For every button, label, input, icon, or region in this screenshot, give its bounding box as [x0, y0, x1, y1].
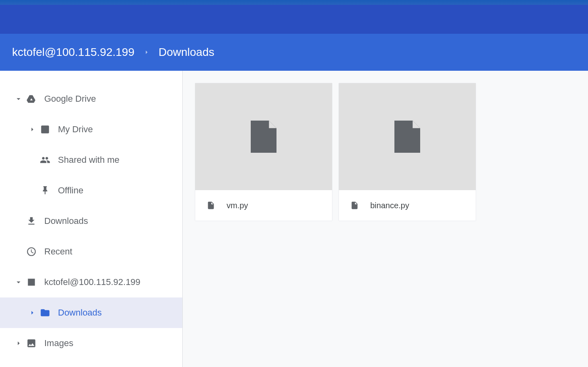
sidebar-item-label: Downloads — [44, 216, 182, 226]
sidebar-item-images[interactable]: Images — [0, 328, 182, 359]
sidebar-item-recent[interactable]: Recent — [0, 236, 182, 267]
breadcrumb-root[interactable]: kctofel@100.115.92.199 — [12, 46, 134, 59]
file-icon — [350, 201, 359, 210]
file-info-bar: binance.py — [339, 190, 476, 221]
people-icon — [39, 154, 51, 166]
chevron-down-icon[interactable] — [11, 278, 26, 287]
chevron-right-icon[interactable] — [25, 308, 39, 317]
sidebar-item-remote-downloads[interactable]: Downloads — [0, 297, 182, 328]
file-icon — [206, 201, 215, 210]
file-name: vm.py — [227, 201, 248, 210]
sidebar-item-label: Shared with me — [58, 155, 182, 165]
download-icon — [26, 215, 37, 227]
sidebar-item-label: Recent — [44, 246, 182, 257]
sidebar: Google Drive My Drive Shared with me Off… — [0, 71, 183, 367]
chevron-right-icon[interactable] — [25, 125, 39, 134]
file-item[interactable]: binance.py — [338, 83, 476, 221]
folder-icon — [39, 307, 51, 318]
drive-icon — [26, 93, 37, 105]
file-thumbnail — [339, 83, 476, 190]
my-drive-icon — [39, 124, 51, 135]
sidebar-item-label: Images — [44, 338, 182, 349]
sidebar-item-label: Offline — [58, 185, 182, 196]
terminal-icon — [26, 277, 37, 288]
pin-icon — [39, 185, 51, 196]
sidebar-item-label: My Drive — [58, 124, 182, 135]
sidebar-item-label: kctofel@100.115.92.199 — [44, 277, 182, 287]
file-item[interactable]: vm.py — [195, 83, 332, 221]
file-name: binance.py — [370, 201, 409, 210]
chevron-right-icon[interactable] — [11, 339, 26, 348]
sidebar-item-offline[interactable]: Offline — [0, 175, 182, 206]
sidebar-item-remote-host[interactable]: kctofel@100.115.92.199 — [0, 267, 182, 297]
sidebar-item-label: Downloads — [58, 308, 182, 318]
sidebar-item-google-drive[interactable]: Google Drive — [0, 84, 182, 114]
image-icon — [26, 338, 37, 349]
sidebar-item-my-drive[interactable]: My Drive — [0, 114, 182, 145]
sidebar-item-shared-with-me[interactable]: Shared with me — [0, 145, 182, 175]
window-title-bar — [0, 5, 588, 34]
sidebar-item-downloads[interactable]: Downloads — [0, 206, 182, 236]
file-info-bar: vm.py — [195, 190, 332, 221]
clock-icon — [26, 246, 37, 257]
file-thumbnail — [195, 83, 332, 190]
chevron-down-icon[interactable] — [11, 94, 26, 103]
file-grid: vm.py binance.py — [183, 71, 588, 367]
sidebar-item-label: Google Drive — [44, 94, 182, 104]
window-top-strip — [0, 0, 588, 5]
chevron-right-icon — [142, 48, 151, 56]
breadcrumb-current: Downloads — [159, 46, 215, 59]
breadcrumb: kctofel@100.115.92.199 Downloads — [0, 34, 588, 71]
